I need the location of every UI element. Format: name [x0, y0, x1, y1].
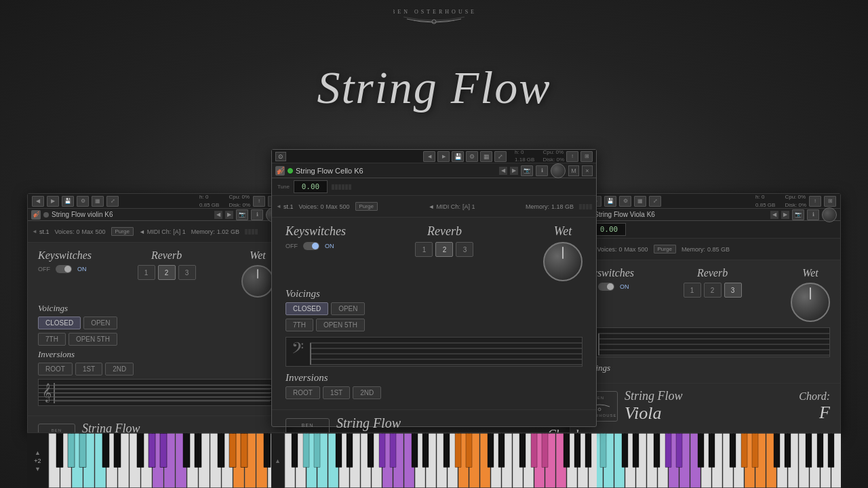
violin-staff: 𝄞: [38, 379, 274, 406]
violin-save[interactable]: 💾: [62, 196, 74, 207]
viola-subheader: ◄ st.1 Voices: 0 Max 500 Purge Memory: 0…: [570, 239, 840, 260]
viola-grid[interactable]: ▦: [634, 196, 646, 207]
cello-tune-display: 0.00: [294, 180, 328, 193]
svg-rect-117: [412, 434, 418, 468]
violin-btn-2nd[interactable]: 2ND: [105, 363, 134, 375]
viola-sf-label: String Flow: [625, 389, 683, 403]
cello-level-meter: [332, 184, 351, 190]
cello-reverb-2[interactable]: 2: [435, 242, 453, 257]
violin-grid[interactable]: ▦: [92, 196, 104, 207]
viola-resize[interactable]: ⤢: [649, 196, 661, 207]
cello-resize[interactable]: ⤢: [494, 151, 507, 162]
cello-reverb-3[interactable]: 3: [456, 242, 473, 257]
viola-save[interactable]: 💾: [604, 196, 616, 207]
viola-tune-display: 0.00: [592, 223, 626, 236]
violin-btn-1st[interactable]: 1ST: [75, 363, 102, 375]
violin-btn-open[interactable]: OPEN: [83, 317, 117, 329]
violin-reverb-3[interactable]: 3: [178, 265, 196, 280]
cello-ks-toggle[interactable]: [303, 242, 319, 250]
cello-logo-btn[interactable]: ⊙: [275, 152, 286, 161]
viola-settings[interactable]: ⚙: [619, 196, 631, 207]
viola-reverb-2[interactable]: 2: [704, 283, 722, 298]
viola-purge-btn[interactable]: Purge: [654, 245, 676, 253]
cello-scroll-up[interactable]: ▲: [275, 458, 281, 464]
violin-btn-7th[interactable]: 7TH: [38, 333, 66, 346]
violin-octave-up[interactable]: ▲: [35, 449, 41, 456]
cello-save[interactable]: 💾: [452, 151, 464, 162]
cello-info[interactable]: ℹ: [536, 165, 548, 176]
viola-next[interactable]: ▶: [781, 211, 789, 219]
cello-btn-2nd[interactable]: 2ND: [353, 386, 381, 399]
cello-alert[interactable]: !: [566, 151, 578, 162]
cello-meter: [579, 204, 592, 209]
viola-prev[interactable]: ◀: [770, 211, 778, 219]
violin-btn-open5th[interactable]: OPEN 5TH: [68, 333, 117, 346]
cello-nav-left[interactable]: ◀: [423, 151, 435, 162]
violin-icon: 🎻: [31, 210, 41, 220]
viola-keyboard[interactable]: [571, 433, 841, 488]
violin-settings[interactable]: ⚙: [77, 196, 89, 207]
violin-btn-root[interactable]: ROOT: [38, 363, 73, 375]
violin-reverb-2[interactable]: 2: [158, 265, 176, 280]
viola-instrument-header: 🎻 String Flow Viola K6 ◀ ▶ 📷 ℹ: [570, 209, 840, 221]
viola-screenshot[interactable]: 📷: [792, 209, 804, 220]
viola-expand[interactable]: ⊞: [824, 196, 836, 207]
cello-mute-btn[interactable]: M: [568, 165, 579, 176]
violin-screenshot[interactable]: 📷: [236, 209, 248, 220]
cello-btn-open5th[interactable]: OPEN 5TH: [316, 319, 365, 331]
viola-volume-knob[interactable]: [822, 207, 837, 222]
viola-ks-on: ON: [620, 283, 629, 290]
svg-rect-110: [303, 434, 309, 468]
cello-screenshot[interactable]: 📷: [521, 165, 533, 176]
cello-wet-knob[interactable]: [543, 242, 583, 281]
violin-prev[interactable]: ◀: [214, 211, 222, 219]
svg-rect-28: [598, 333, 599, 355]
cello-volume-knob[interactable]: [551, 163, 566, 178]
cello-expand[interactable]: ⊞: [580, 151, 593, 162]
svg-rect-115: [379, 434, 385, 468]
violin-inversions-label: Inversions: [38, 349, 274, 360]
svg-rect-68: [195, 434, 201, 468]
violin-btn-closed[interactable]: CLOSED: [38, 317, 81, 329]
cello-next[interactable]: ▶: [510, 167, 518, 175]
viola-alert[interactable]: !: [809, 196, 821, 207]
violin-info[interactable]: ℹ: [251, 209, 263, 220]
viola-ks-toggle[interactable]: [598, 283, 614, 291]
viola-reverb-label: Reverb: [684, 267, 742, 279]
cello-btn-closed[interactable]: CLOSED: [285, 302, 328, 315]
cello-grid[interactable]: ▦: [480, 151, 492, 162]
cello-btn-open[interactable]: OPEN: [331, 302, 365, 315]
violin-next[interactable]: ▶: [225, 211, 233, 219]
cello-purge-btn[interactable]: Purge: [355, 202, 378, 211]
svg-rect-113: [347, 434, 353, 468]
cello-prev[interactable]: ◀: [499, 167, 507, 175]
violin-wet-knob[interactable]: [241, 265, 274, 298]
violin-reverb-1[interactable]: 1: [138, 265, 155, 280]
cello-keyboard[interactable]: [285, 433, 597, 488]
violin-purge-btn[interactable]: Purge: [111, 227, 134, 236]
violin-octave-down[interactable]: ▼: [35, 466, 41, 472]
svg-rect-70: [229, 434, 236, 468]
violin-nav-right[interactable]: ▶: [47, 196, 59, 207]
svg-rect-111: [314, 434, 320, 468]
violin-nav-left[interactable]: ◀: [32, 196, 44, 207]
violin-panel: ◀ ▶ 💾 ⚙ ▦ ⤢ h: 0 0.85 GB Cpu: 0% Disk: 0…: [27, 193, 285, 434]
cello-close-btn[interactable]: ×: [582, 165, 593, 176]
cello-config[interactable]: ⚙: [466, 151, 478, 162]
violin-reverb-label: Reverb: [138, 249, 196, 262]
violin-alert[interactable]: !: [253, 196, 265, 207]
cello-reverb-buttons: 1 2 3: [415, 242, 473, 257]
violin-resize[interactable]: ⤢: [106, 196, 119, 207]
viola-reverb-1[interactable]: 1: [684, 283, 701, 298]
cello-reverb-1[interactable]: 1: [415, 242, 433, 257]
cello-btn-7th[interactable]: 7TH: [285, 319, 313, 331]
viola-wet-knob[interactable]: [791, 283, 830, 322]
cello-nav-right[interactable]: ▶: [437, 151, 450, 162]
svg-point-29: [598, 408, 601, 411]
cello-btn-1st[interactable]: 1ST: [323, 386, 350, 399]
svg-rect-128: [574, 434, 580, 468]
viola-info[interactable]: ℹ: [807, 209, 819, 220]
viola-reverb-3[interactable]: 3: [724, 283, 742, 298]
cello-btn-root[interactable]: ROOT: [285, 386, 320, 399]
violin-ks-toggle[interactable]: [56, 265, 72, 273]
